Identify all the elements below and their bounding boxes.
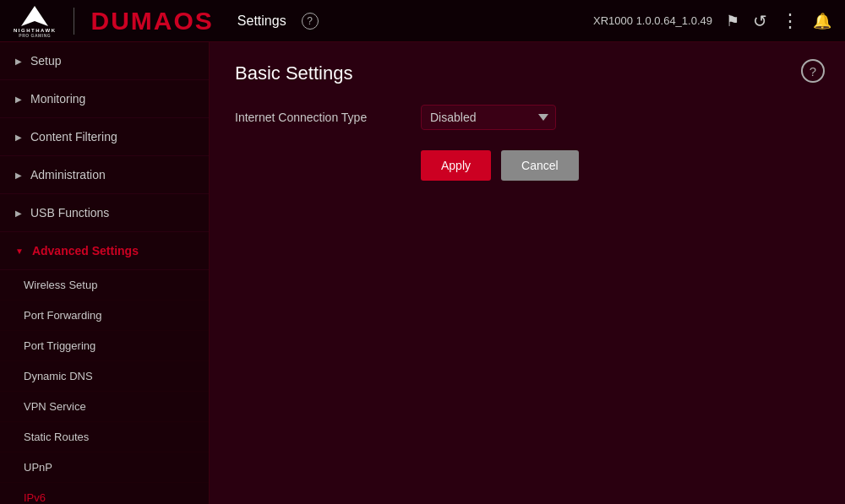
sidebar-item-administration-label: Administration bbox=[30, 168, 106, 182]
sidebar-subitem-static-routes[interactable]: Static Routes bbox=[0, 422, 209, 453]
sidebar-item-setup[interactable]: ▶ Setup bbox=[0, 42, 209, 80]
topnav: NIGHTHAWK PRO GAMING DUMAOS Settings ? X… bbox=[0, 0, 845, 42]
flag-icon[interactable]: ⚑ bbox=[726, 12, 739, 30]
sidebar-item-administration-arrow: ▶ bbox=[15, 171, 22, 180]
sidebar-subitem-ipv6-label: IPv6 bbox=[24, 491, 46, 504]
connection-type-select[interactable]: Disabled DHCP Static IP PPPoE PPTP L2TP bbox=[421, 105, 556, 130]
bell-icon[interactable]: 🔔 bbox=[813, 12, 831, 30]
sidebar-item-usb-functions-arrow: ▶ bbox=[15, 209, 22, 218]
sidebar-subitem-upnp[interactable]: UPnP bbox=[0, 453, 209, 483]
sidebar-item-advanced-settings-label: Advanced Settings bbox=[32, 244, 139, 257]
sidebar-item-advanced-settings[interactable]: ▼ Advanced Settings bbox=[0, 232, 209, 270]
sidebar-item-content-filtering[interactable]: ▶ Content Filtering bbox=[0, 118, 209, 156]
duma-logo: DUMAOS bbox=[91, 7, 214, 35]
cancel-button[interactable]: Cancel bbox=[501, 150, 579, 181]
sidebar-subitem-vpn-service[interactable]: VPN Service bbox=[0, 392, 209, 422]
nighthawk-logo: NIGHTHAWK PRO GAMING bbox=[14, 4, 57, 38]
sidebar-item-content-filtering-arrow: ▶ bbox=[15, 133, 22, 142]
brand-sub2: PRO GAMING bbox=[19, 33, 51, 38]
layout: ▶ Setup ▶ Monitoring ▶ Content Filtering… bbox=[0, 42, 845, 504]
sidebar-subitem-ipv6[interactable]: IPv6 bbox=[0, 483, 209, 504]
sidebar-item-usb-functions-label: USB Functions bbox=[30, 206, 109, 219]
sidebar-subitem-port-triggering[interactable]: Port Triggering bbox=[0, 331, 209, 361]
sidebar-item-monitoring[interactable]: ▶ Monitoring bbox=[0, 80, 209, 118]
logo-area: NIGHTHAWK PRO GAMING DUMAOS Settings ? bbox=[14, 4, 319, 38]
sidebar-item-setup-label: Setup bbox=[30, 54, 62, 68]
sidebar-subitem-port-forwarding[interactable]: Port Forwarding bbox=[0, 301, 209, 331]
sidebar-subitem-wireless-setup[interactable]: Wireless Setup bbox=[0, 270, 209, 301]
sidebar-item-administration[interactable]: ▶ Administration bbox=[0, 156, 209, 194]
sidebar-item-advanced-settings-arrow: ▼ bbox=[15, 247, 24, 256]
sidebar-subitem-port-triggering-label: Port Triggering bbox=[24, 339, 95, 352]
device-info: XR1000 1.0.0.64_1.0.49 bbox=[593, 14, 712, 27]
button-row: Apply Cancel bbox=[235, 150, 820, 181]
sidebar-item-usb-functions[interactable]: ▶ USB Functions bbox=[0, 194, 209, 232]
nav-settings-label: Settings bbox=[237, 14, 286, 29]
sidebar-item-monitoring-label: Monitoring bbox=[30, 92, 85, 106]
main-content: Basic Settings ? Internet Connection Typ… bbox=[210, 42, 845, 504]
help-icon-float[interactable]: ? bbox=[801, 59, 825, 83]
refresh-icon[interactable]: ↺ bbox=[753, 11, 767, 31]
sidebar-subitem-upnp-label: UPnP bbox=[24, 461, 52, 474]
sidebar-item-monitoring-arrow: ▶ bbox=[15, 95, 22, 104]
sidebar-subitem-port-forwarding-label: Port Forwarding bbox=[24, 309, 101, 322]
sidebar: ▶ Setup ▶ Monitoring ▶ Content Filtering… bbox=[0, 42, 210, 504]
sidebar-subitem-dynamic-dns-label: Dynamic DNS bbox=[24, 370, 93, 382]
nav-help-icon[interactable]: ? bbox=[302, 13, 319, 30]
sidebar-subitem-static-routes-label: Static Routes bbox=[24, 431, 89, 443]
sidebar-subitem-vpn-service-label: VPN Service bbox=[24, 400, 86, 413]
form-row-connection-type: Internet Connection Type Disabled DHCP S… bbox=[235, 105, 820, 130]
apply-button[interactable]: Apply bbox=[421, 150, 491, 181]
connection-type-label: Internet Connection Type bbox=[235, 111, 404, 124]
page-title: Basic Settings bbox=[235, 62, 820, 84]
sidebar-subitem-dynamic-dns[interactable]: Dynamic DNS bbox=[0, 361, 209, 392]
sidebar-item-setup-arrow: ▶ bbox=[15, 57, 22, 66]
logo-divider bbox=[74, 8, 74, 35]
more-icon[interactable]: ⋮ bbox=[781, 10, 799, 32]
svg-marker-0 bbox=[21, 6, 48, 26]
sidebar-item-content-filtering-label: Content Filtering bbox=[30, 130, 117, 144]
topnav-right: XR1000 1.0.0.64_1.0.49 ⚑ ↺ ⋮ 🔔 bbox=[593, 10, 831, 32]
sidebar-subitem-wireless-setup-label: Wireless Setup bbox=[24, 279, 97, 291]
